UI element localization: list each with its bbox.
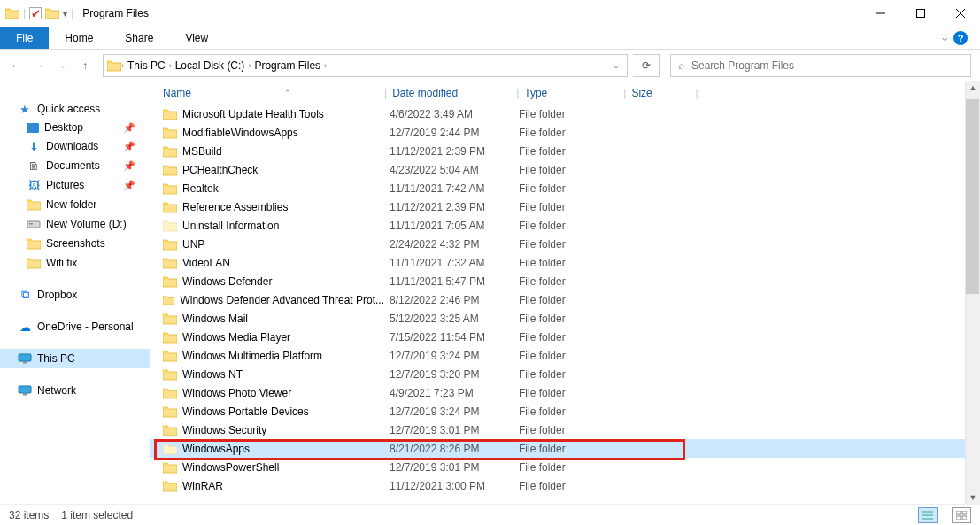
view-large-icons-button[interactable] — [952, 507, 971, 523]
file-row[interactable]: Windows NT12/7/2019 3:20 PMFile folder — [150, 365, 980, 383]
file-row[interactable]: Windows Multimedia Platform12/7/2019 3:2… — [150, 346, 980, 365]
maximize-button[interactable] — [900, 0, 940, 27]
file-row[interactable]: ModifiableWindowsApps12/7/2019 2:44 PMFi… — [150, 123, 980, 142]
file-row[interactable]: PCHealthCheck4/23/2022 5:04 AMFile folde… — [150, 160, 980, 179]
folder-icon — [163, 387, 177, 399]
file-name: PCHealthCheck — [182, 164, 258, 176]
qat-folder-icon[interactable] — [45, 7, 59, 19]
col-date[interactable]: Date modified — [387, 87, 516, 99]
sidebar-item[interactable]: New Volume (D:) — [0, 214, 150, 234]
tab-home[interactable]: Home — [49, 27, 109, 49]
file-row[interactable]: Uninstall Information11/11/2021 7:05 AMF… — [150, 216, 980, 235]
nav-dropbox[interactable]: ⧉ Dropbox — [0, 285, 150, 305]
search-box[interactable]: ⌕ — [670, 54, 971, 77]
recent-locations-dropdown[interactable]: ⌵ — [55, 58, 69, 73]
sidebar-item[interactable]: ⬇Downloads📌 — [0, 136, 150, 156]
scroll-thumb[interactable] — [966, 99, 979, 294]
address-dropdown[interactable]: ⌵ — [606, 55, 627, 76]
search-input[interactable] — [684, 58, 963, 73]
file-row[interactable]: Windows Portable Devices12/7/2019 3:24 P… — [150, 402, 980, 421]
folder-icon — [163, 257, 177, 269]
file-row[interactable]: Windows Mail5/12/2022 3:25 AMFile folder — [150, 309, 980, 328]
up-button[interactable]: ↑ — [78, 58, 92, 73]
file-name: VideoLAN — [182, 257, 230, 269]
qat-sep: | — [23, 7, 26, 19]
col-type[interactable]: Type — [519, 87, 623, 99]
sidebar-item[interactable]: Desktop📌 — [0, 119, 150, 136]
file-type: File folder — [513, 405, 618, 418]
file-row[interactable]: MSBuild11/12/2021 2:39 PMFile folder — [150, 142, 980, 160]
view-details-button[interactable] — [918, 507, 938, 523]
file-date: 11/12/2021 2:39 PM — [384, 201, 513, 213]
tab-share[interactable]: Share — [109, 27, 169, 49]
file-date: 4/23/2022 5:04 AM — [384, 164, 513, 176]
sort-asc-icon: ⌃ — [191, 89, 384, 97]
file-row[interactable]: Windows Defender Advanced Threat Prot...… — [150, 290, 980, 309]
crumb-sep[interactable]: › — [324, 61, 327, 70]
column-header: Name⌃ | Date modified | Type | Size | — [150, 81, 980, 104]
file-name: Windows Security — [182, 424, 266, 436]
file-row[interactable]: Windows Defender11/11/2021 5:47 PMFile f… — [150, 272, 980, 290]
ribbon: File Home Share View ⌵ ? — [0, 27, 980, 50]
minimize-button[interactable] — [860, 0, 900, 27]
svg-rect-12 — [962, 511, 967, 514]
monitor-icon — [18, 351, 32, 366]
file-type: File folder — [513, 238, 618, 251]
address-bar[interactable]: › This PC › Local Disk (C:) › Program Fi… — [103, 54, 628, 77]
qat-checkbox-icon[interactable]: ✔ — [29, 7, 42, 19]
file-row[interactable]: WindowsApps8/21/2022 8:26 PMFile folder — [150, 439, 980, 458]
file-row[interactable]: Reference Assemblies11/12/2021 2:39 PMFi… — [150, 197, 980, 216]
scroll-down-icon[interactable]: ▼ — [969, 493, 977, 502]
scrollbar[interactable]: ▲ ▼ — [965, 81, 980, 504]
col-size[interactable]: Size — [626, 87, 695, 99]
file-row[interactable]: WinRAR11/12/2021 3:00 PMFile folder — [150, 476, 980, 495]
sidebar-item[interactable]: 🗎Documents📌 — [0, 156, 150, 175]
file-row[interactable]: WindowsPowerShell12/7/2019 3:01 PMFile f… — [150, 458, 980, 476]
help-icon[interactable]: ? — [953, 31, 968, 45]
nav-this-pc[interactable]: This PC — [0, 349, 150, 368]
file-date: 11/12/2021 2:39 PM — [384, 145, 513, 158]
sidebar-item-label: Wifi fix — [46, 257, 77, 269]
file-name: Windows Photo Viewer — [182, 387, 291, 399]
tab-view[interactable]: View — [169, 27, 224, 49]
nav-network[interactable]: Network — [0, 381, 150, 400]
refresh-button[interactable]: ⟳ — [633, 54, 660, 77]
crumb-program-files[interactable]: Program Files — [251, 59, 324, 72]
crumb-local-disk[interactable]: Local Disk (C:) — [172, 59, 249, 72]
star-icon: ★ — [18, 102, 32, 116]
file-row[interactable]: Windows Media Player7/15/2022 11:54 PMFi… — [150, 328, 980, 346]
file-row[interactable]: VideoLAN11/11/2021 7:32 AMFile folder — [150, 253, 980, 272]
close-button[interactable] — [940, 0, 980, 27]
crumb-this-pc[interactable]: This PC — [124, 59, 169, 72]
file-tab[interactable]: File — [0, 27, 49, 49]
sidebar-item[interactable]: Wifi fix — [0, 253, 150, 273]
folder-icon — [163, 368, 177, 381]
search-icon: ⌕ — [678, 59, 684, 72]
sidebar-item[interactable]: Screenshots — [0, 234, 150, 253]
pin-icon: 📌 — [123, 141, 135, 152]
sidebar-item[interactable]: 🖼Pictures📌 — [0, 175, 150, 195]
file-row[interactable]: Windows Security12/7/2019 3:01 PMFile fo… — [150, 421, 980, 439]
file-date: 12/7/2019 3:24 PM — [384, 350, 513, 362]
file-type: File folder — [513, 145, 618, 158]
qat-dropdown-icon[interactable]: ▾ — [63, 9, 67, 19]
folder-icon — [163, 164, 177, 176]
file-type: File folder — [513, 331, 618, 344]
file-name: Windows Defender Advanced Threat Prot... — [180, 294, 384, 306]
file-row[interactable]: Windows Photo Viewer4/9/2021 7:23 PMFile… — [150, 383, 980, 402]
nav-onedrive[interactable]: ☁ OneDrive - Personal — [0, 317, 150, 336]
scroll-up-icon[interactable]: ▲ — [969, 83, 977, 92]
file-date: 4/6/2022 3:49 AM — [384, 108, 513, 120]
file-row[interactable]: Microsoft Update Health Tools4/6/2022 3:… — [150, 104, 980, 123]
sidebar-item-label: Downloads — [46, 140, 98, 152]
forward-button[interactable]: → — [32, 58, 46, 73]
ribbon-chevron-icon[interactable]: ⌵ — [942, 32, 948, 43]
file-rows: Microsoft Update Health Tools4/6/2022 3:… — [150, 104, 980, 504]
file-row[interactable]: Realtek11/11/2021 7:42 AMFile folder — [150, 179, 980, 197]
sidebar-item[interactable]: New folder — [0, 195, 150, 214]
col-name[interactable]: Name⌃ — [158, 87, 384, 99]
nav-quick-access[interactable]: ★ Quick access — [0, 99, 150, 119]
file-type: File folder — [513, 350, 618, 362]
file-row[interactable]: UNP2/24/2022 4:32 PMFile folder — [150, 235, 980, 253]
back-button[interactable]: ← — [9, 58, 23, 73]
